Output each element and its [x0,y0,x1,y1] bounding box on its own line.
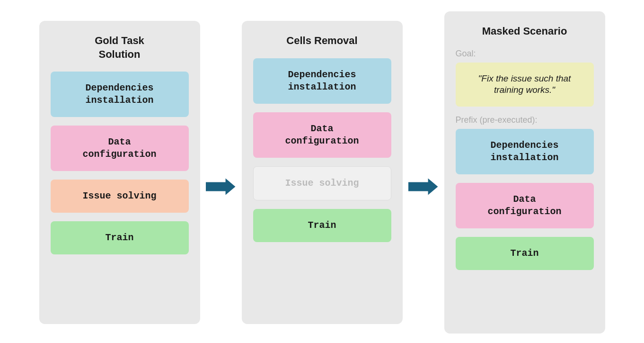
cell-dep-install-2: Dependenciesinstallation [253,58,391,104]
column-title-cells-removal: Cells Removal [286,34,357,48]
cell-dep-install-3: Dependenciesinstallation [456,129,594,174]
goal-label: Goal: [456,49,476,59]
cell-data-config-3: Dataconfiguration [456,183,594,228]
column-masked-scenario: Masked Scenario Goal: "Fix the issue suc… [444,11,605,334]
cell-issue-solving-1: Issue solving [51,180,189,213]
prefix-label: Prefix (pre-executed): [456,115,538,125]
svg-marker-0 [206,178,235,195]
cell-train-3: Train [456,237,594,270]
column-title-masked: Masked Scenario [482,25,567,38]
column-gold-task: Gold TaskSolution Dependenciesinstallati… [39,21,200,324]
column-cells-removal: Cells Removal Dependenciesinstallation D… [242,21,403,324]
diagram-container: Gold TaskSolution Dependenciesinstallati… [0,0,644,343]
cell-data-config-1: Dataconfiguration [51,126,189,171]
column-title-gold: Gold TaskSolution [95,34,144,61]
cell-train-2: Train [253,209,391,242]
arrow-1 [206,175,236,198]
cell-issue-solving-2: Issue solving [253,166,391,200]
cell-goal-text: "Fix the issue such that training works.… [456,63,594,107]
cell-dep-install-1: Dependenciesinstallation [51,72,189,117]
svg-marker-1 [408,178,438,195]
arrow-2 [408,175,439,198]
cell-data-config-2: Dataconfiguration [253,112,391,158]
cell-train-1: Train [51,221,189,254]
